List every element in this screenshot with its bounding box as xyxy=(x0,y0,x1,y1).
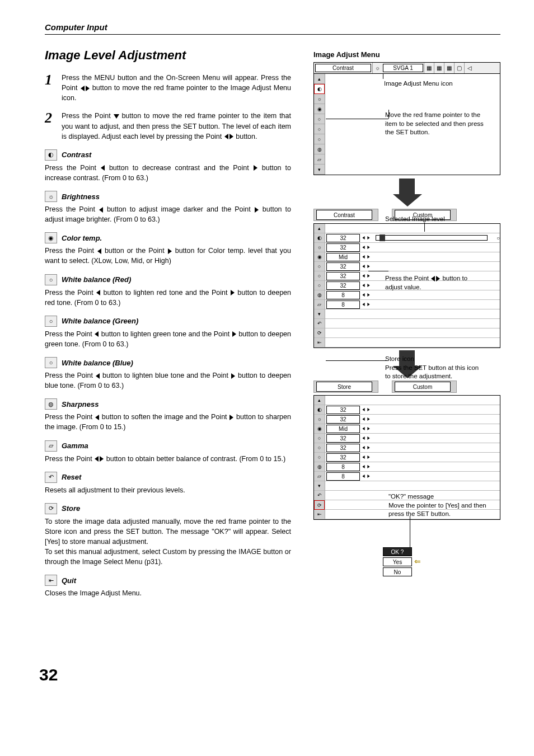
value-row: 32 xyxy=(325,434,500,443)
adjust-arrows-icon[interactable] xyxy=(361,273,371,279)
value-row: 32 xyxy=(325,443,500,453)
triangle-left-icon xyxy=(99,207,103,213)
adjust-arrows-icon[interactable] xyxy=(361,235,371,241)
value-row: Mid xyxy=(325,252,500,262)
triangle-right-icon xyxy=(86,86,90,91)
value-row: 32 xyxy=(325,243,500,252)
item-brightness: ☼BrightnessPress the Point button to adj… xyxy=(45,191,291,224)
text: "OK?" message xyxy=(388,493,434,500)
panel-title: Image Adjust Menu xyxy=(313,50,500,59)
gamma-icon: ▱ xyxy=(314,472,325,481)
ok-button[interactable]: OK ? xyxy=(383,547,412,556)
store-icon: ⟳ xyxy=(314,328,325,338)
text: Store icon xyxy=(385,355,414,362)
value-cell: 32 xyxy=(326,234,360,242)
menu-icon: ▢ xyxy=(454,63,464,73)
value-cell: 32 xyxy=(326,262,360,271)
step-1: 1 Press the MENU button and the On-Scree… xyxy=(45,73,291,103)
item-body: Press the Point button to decrease contr… xyxy=(45,163,291,183)
adjust-arrows-icon[interactable] xyxy=(361,407,371,412)
adjust-arrows-icon[interactable] xyxy=(361,416,371,422)
wb-red-icon: ○ xyxy=(314,114,325,124)
quit-icon: ⇤ xyxy=(314,510,325,519)
adjust-arrows-icon[interactable] xyxy=(361,473,371,479)
reset-icon: ↶ xyxy=(45,472,57,483)
item-reset: ↶ResetResets all adjustment to their pre… xyxy=(45,472,291,495)
colortemp-icon: ◉ xyxy=(314,424,325,434)
yes-button[interactable]: Yes xyxy=(383,557,412,566)
anno-image-adjust-icon: Image Adjust Menu icon xyxy=(384,79,453,88)
osd-pill-custom: Custom xyxy=(395,382,451,392)
quit-icon: ⇤ xyxy=(314,338,325,348)
item-title: Brightness xyxy=(62,192,100,201)
menu-icon: ▦ xyxy=(434,63,444,73)
value-cell: 32 xyxy=(326,272,360,280)
page-title: Image Level Adjustment xyxy=(45,48,291,63)
osd-source-label: SVGA 1 xyxy=(383,64,423,72)
value-row: 8 xyxy=(325,300,500,309)
value-row: 32 xyxy=(325,405,500,415)
store-icon: ⟳ xyxy=(45,503,57,514)
scroll-down-icon: ▾ xyxy=(314,309,325,319)
triangle-right-icon xyxy=(229,415,233,420)
sharpness-icon: ◍ xyxy=(45,398,57,410)
text: Move the pointer to [Yes] and then press… xyxy=(388,502,486,518)
item-body: Press the Point button to lighten red to… xyxy=(45,288,291,308)
colortemp-icon: ◉ xyxy=(314,252,325,262)
adjust-arrows-icon[interactable] xyxy=(361,445,371,450)
slider-track[interactable] xyxy=(376,235,488,241)
item-quit: ⇤QuitCloses the Image Adjust Menu. xyxy=(45,575,291,598)
adjust-arrows-icon[interactable] xyxy=(361,302,371,307)
item-contrast: ◐ContrastPress the Point button to decre… xyxy=(45,149,291,183)
contrast-icon: ◐ xyxy=(45,149,57,161)
item-body: Press the Point button to lighten green … xyxy=(45,329,291,349)
reset-icon: ↶ xyxy=(314,319,325,328)
no-button[interactable]: No xyxy=(383,567,412,576)
item-body: Press the Point button or the Point butt… xyxy=(45,246,291,266)
value-cell: 32 xyxy=(326,243,360,252)
value-row: 32 xyxy=(325,415,500,424)
adjust-arrows-icon[interactable] xyxy=(361,283,371,288)
slider-knob[interactable] xyxy=(380,234,385,241)
step-text: Press the Point button to move the red f… xyxy=(62,111,291,141)
wb-red-icon: ○ xyxy=(314,434,325,443)
adjust-arrows-icon[interactable] xyxy=(361,454,371,460)
section-header: Computer Input xyxy=(45,22,500,35)
quit-icon: ⇤ xyxy=(45,575,57,586)
adjust-arrows-icon[interactable] xyxy=(361,254,371,260)
wb-red-icon: ○ xyxy=(314,262,325,271)
adjust-arrows-icon[interactable] xyxy=(361,245,371,250)
anno-move-frame: Move the red frame pointer to the item t… xyxy=(385,111,486,137)
adjust-arrows-icon[interactable] xyxy=(361,426,371,431)
item-body: Resets all adjustment to their previous … xyxy=(45,485,291,495)
slider-end-icon: ○ xyxy=(496,235,500,241)
item-title: Sharpness xyxy=(62,400,99,408)
adjust-arrows-icon[interactable] xyxy=(361,264,371,269)
value-cell: Mid xyxy=(326,425,360,433)
item-title: Contrast xyxy=(62,151,91,159)
value-cell: 8 xyxy=(326,291,360,299)
adjust-arrows-icon[interactable] xyxy=(361,435,371,441)
sharpness-icon: ◍ xyxy=(314,290,325,300)
triangle-right-icon xyxy=(231,290,235,295)
item-title: Store xyxy=(62,504,80,513)
triangle-right-icon xyxy=(168,248,172,254)
value-cell: 32 xyxy=(326,453,360,462)
value-row: 8 xyxy=(325,290,500,300)
menu-icon: ▦ xyxy=(444,63,454,73)
triangle-left-icon xyxy=(431,276,435,281)
adjust-arrows-icon[interactable] xyxy=(361,292,371,298)
triangle-right-icon xyxy=(229,134,233,139)
item-body: Press the Point button to adjust image d… xyxy=(45,204,291,224)
item-title: White balance (Green) xyxy=(62,317,138,325)
down-arrow-icon xyxy=(393,179,421,206)
value-row: 32○ xyxy=(325,233,500,243)
item-title: Gamma xyxy=(62,442,88,450)
adjust-arrows-icon[interactable] xyxy=(361,464,371,469)
wb-red-icon: ○ xyxy=(45,274,57,285)
value-row: 8 xyxy=(325,472,500,481)
contrast-icon: ◐ xyxy=(314,405,325,415)
triangle-left-icon xyxy=(96,290,100,295)
item-title: White balance (Blue) xyxy=(62,359,133,367)
scroll-up-icon: ▴ xyxy=(314,396,325,405)
